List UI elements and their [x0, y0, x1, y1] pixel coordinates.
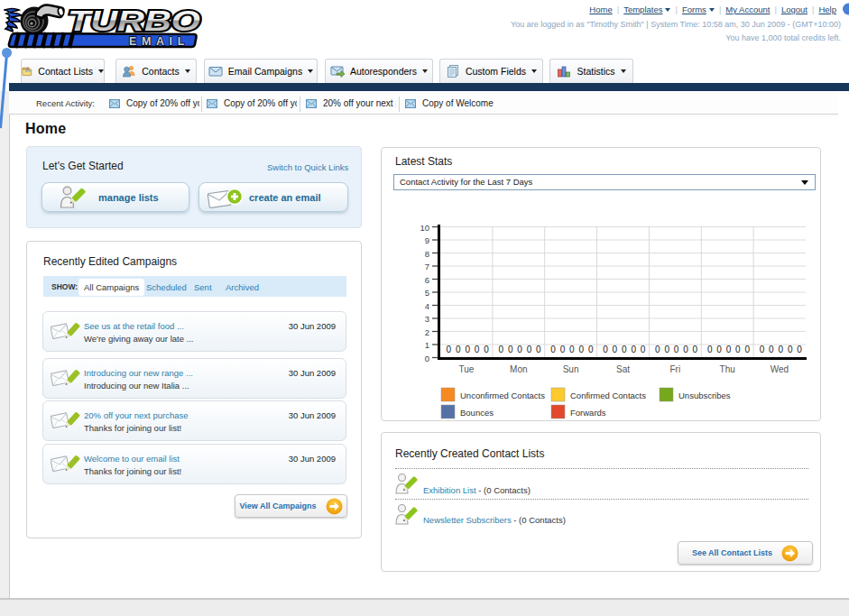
svg-text:0: 0: [536, 345, 541, 354]
svg-text:0: 0: [579, 345, 585, 354]
svg-text:0: 0: [613, 345, 618, 354]
svg-text:0: 0: [517, 345, 522, 354]
svg-text:0: 0: [779, 345, 784, 354]
svg-text:0: 0: [425, 354, 429, 363]
svg-text:Tue: Tue: [458, 364, 474, 374]
svg-text:EMAIL: EMAIL: [129, 35, 189, 48]
svg-text:5: 5: [425, 288, 429, 298]
svg-text:0: 0: [484, 345, 489, 354]
svg-text:0: 0: [683, 345, 688, 354]
svg-text:0: 0: [726, 345, 732, 354]
svg-text:Sat: Sat: [616, 364, 630, 374]
svg-text:Forwards: Forwards: [570, 408, 606, 418]
svg-text:0: 0: [693, 345, 698, 354]
svg-text:Bounces: Bounces: [460, 408, 494, 418]
svg-text:0: 0: [550, 345, 556, 354]
svg-text:0: 0: [527, 345, 532, 354]
svg-text:0: 0: [465, 345, 470, 354]
svg-text:0: 0: [707, 345, 713, 354]
svg-text:0: 0: [788, 345, 793, 354]
svg-text:0: 0: [797, 345, 802, 354]
svg-text:8: 8: [425, 249, 429, 259]
svg-text:0: 0: [769, 345, 774, 354]
svg-text:Mon: Mon: [510, 364, 527, 374]
svg-text:0: 0: [674, 345, 679, 354]
svg-text:0: 0: [641, 345, 646, 354]
svg-text:0: 0: [499, 345, 504, 354]
svg-text:Fri: Fri: [669, 364, 680, 374]
svg-text:Unconfirmed Contacts: Unconfirmed Contacts: [460, 391, 545, 400]
svg-text:Confirmed Contacts: Confirmed Contacts: [570, 391, 646, 400]
svg-text:9: 9: [425, 235, 429, 245]
svg-text:0: 0: [664, 345, 669, 354]
svg-text:0: 0: [716, 345, 722, 354]
svg-text:0: 0: [560, 345, 566, 354]
svg-text:2: 2: [425, 327, 429, 337]
svg-text:0: 0: [456, 345, 461, 354]
svg-text:0: 0: [588, 345, 594, 354]
svg-text:0: 0: [569, 345, 575, 354]
svg-text:7: 7: [425, 262, 429, 271]
svg-text:0: 0: [603, 345, 608, 354]
svg-text:0: 0: [622, 345, 627, 354]
svg-text:0: 0: [475, 345, 480, 354]
svg-text:Wed: Wed: [771, 364, 789, 374]
svg-text:0: 0: [508, 345, 513, 354]
svg-text:0: 0: [735, 345, 741, 354]
svg-text:4: 4: [425, 301, 429, 311]
svg-text:0: 0: [631, 345, 636, 354]
svg-text:1: 1: [425, 340, 429, 350]
svg-text:0: 0: [447, 345, 452, 354]
svg-text:0: 0: [655, 345, 660, 354]
svg-text:Sun: Sun: [563, 364, 579, 374]
svg-text:Thu: Thu: [720, 364, 735, 374]
svg-text:Unsubscribes: Unsubscribes: [678, 391, 731, 400]
svg-text:10: 10: [420, 223, 429, 233]
svg-text:0: 0: [745, 345, 751, 354]
svg-text:3: 3: [425, 314, 429, 324]
svg-text:TURBO: TURBO: [68, 5, 200, 37]
svg-text:0: 0: [760, 345, 765, 354]
svg-text:6: 6: [425, 275, 429, 285]
